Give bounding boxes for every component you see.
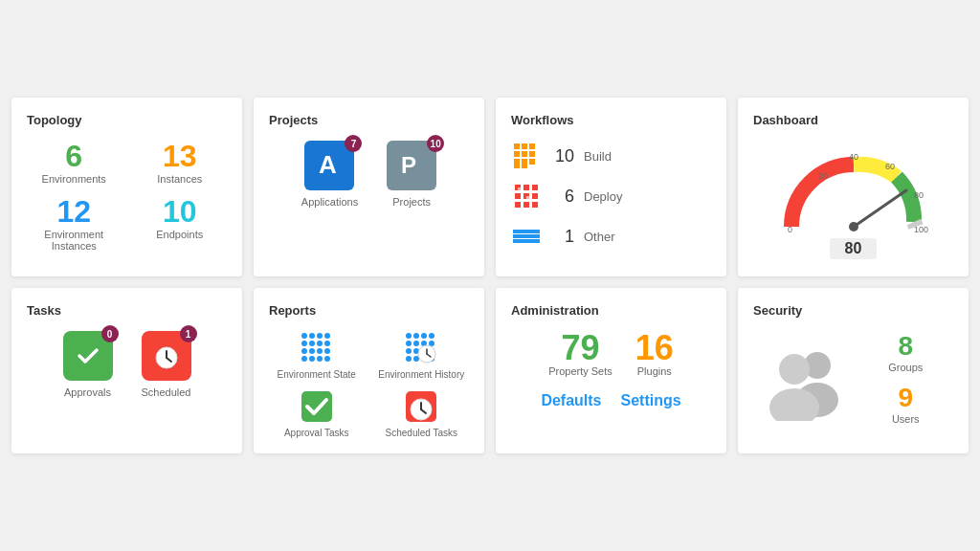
svg-text:A: A bbox=[319, 150, 337, 179]
proj-label: Projects bbox=[387, 196, 436, 208]
gauge-container: 0 20 40 60 80 100 80 bbox=[753, 141, 953, 259]
deploy-icon bbox=[511, 181, 542, 211]
settings-link[interactable]: Settings bbox=[621, 392, 681, 409]
topology-grid: 6 Environments 13 Instances 12 Environme… bbox=[27, 141, 227, 252]
gauge-value: 80 bbox=[830, 238, 878, 259]
approval-tasks-label: Approval Tasks bbox=[269, 428, 365, 438]
topology-environments[interactable]: 6 Environments bbox=[27, 141, 122, 185]
svg-rect-24 bbox=[513, 234, 540, 238]
svg-point-48 bbox=[317, 341, 323, 346]
reports-card: Reports bbox=[254, 288, 484, 453]
svg-rect-13 bbox=[523, 185, 529, 190]
workflows-list: 10 Build bbox=[511, 141, 711, 252]
approval-tasks-item[interactable]: Approval Tasks bbox=[269, 389, 365, 438]
env-inst-count: 12 bbox=[27, 196, 122, 227]
app-icon-wrap: A 7 bbox=[304, 141, 354, 190]
workflows-title: Workflows bbox=[511, 113, 711, 127]
proj-badge: 10 bbox=[427, 135, 444, 152]
other-count: 1 bbox=[551, 227, 574, 247]
scheduled-tasks-icon bbox=[374, 389, 470, 424]
svg-rect-3 bbox=[514, 143, 520, 149]
env-history-item[interactable]: Environment History bbox=[374, 331, 470, 380]
tasks-title: Tasks bbox=[27, 303, 227, 318]
dashboard-title: Dashboard bbox=[753, 113, 953, 127]
end-label: Endpoints bbox=[133, 229, 228, 240]
administration-card: Administration 79 Property Sets 16 Plugi… bbox=[496, 288, 726, 453]
projects-grid: A 7 Applications P 10 Projects bbox=[269, 141, 469, 208]
env-state-item[interactable]: Environment State bbox=[269, 331, 365, 380]
tasks-card: Tasks 0 Approvals bbox=[11, 288, 242, 453]
property-sets-label: Property Sets bbox=[548, 365, 612, 377]
admin-title: Administration bbox=[511, 303, 711, 318]
groups-number: 8 bbox=[858, 331, 954, 362]
svg-point-52 bbox=[317, 348, 323, 354]
property-sets-item[interactable]: 79 Property Sets bbox=[548, 331, 612, 377]
svg-text:80: 80 bbox=[914, 190, 924, 200]
approvals-item[interactable]: 0 Approvals bbox=[63, 331, 113, 398]
svg-rect-19 bbox=[523, 202, 529, 208]
topology-instances[interactable]: 13 Instances bbox=[133, 141, 228, 185]
svg-line-82 bbox=[414, 395, 417, 397]
svg-point-44 bbox=[317, 333, 323, 339]
scheduled-tasks-item[interactable]: Scheduled Tasks bbox=[374, 389, 470, 438]
svg-point-54 bbox=[301, 356, 307, 362]
deploy-name: Deploy bbox=[584, 189, 622, 204]
svg-point-57 bbox=[324, 356, 330, 362]
svg-rect-9 bbox=[514, 159, 520, 168]
svg-point-47 bbox=[309, 341, 315, 346]
svg-rect-22 bbox=[526, 196, 531, 201]
svg-text:P: P bbox=[401, 152, 416, 178]
plugins-number: 16 bbox=[635, 331, 674, 365]
app-label: Applications bbox=[301, 196, 358, 208]
topology-endpoints[interactable]: 10 Endpoints bbox=[133, 196, 228, 252]
svg-rect-7 bbox=[522, 151, 527, 157]
workflow-deploy[interactable]: 6 Deploy bbox=[511, 181, 711, 211]
scheduled-item[interactable]: 1 Scheduled bbox=[142, 331, 191, 398]
reports-grid: Environment State bbox=[269, 331, 469, 438]
workflow-build[interactable]: 10 Build bbox=[511, 141, 711, 171]
svg-point-50 bbox=[301, 348, 307, 354]
topology-title: Topology bbox=[27, 113, 227, 127]
svg-point-63 bbox=[413, 341, 419, 346]
dashboard-card: Dashboard 0 20 40 60 bbox=[738, 98, 969, 276]
svg-point-53 bbox=[324, 348, 330, 354]
inst-label: Instances bbox=[133, 173, 228, 185]
end-count: 10 bbox=[133, 196, 228, 227]
svg-rect-14 bbox=[532, 185, 538, 190]
svg-point-66 bbox=[406, 348, 412, 354]
users-number: 9 bbox=[858, 383, 954, 413]
svg-point-55 bbox=[309, 356, 315, 362]
svg-point-70 bbox=[406, 356, 412, 362]
proj-icon-wrap: P 10 bbox=[387, 141, 436, 190]
svg-text:100: 100 bbox=[914, 225, 928, 234]
svg-point-45 bbox=[324, 333, 330, 339]
other-icon bbox=[511, 221, 542, 252]
svg-point-60 bbox=[421, 333, 427, 339]
security-title: Security bbox=[753, 303, 953, 318]
svg-text:60: 60 bbox=[885, 162, 895, 171]
projects-item[interactable]: P 10 Projects bbox=[387, 141, 436, 208]
applications-item[interactable]: A 7 Applications bbox=[301, 141, 358, 208]
scheduled-label: Scheduled bbox=[142, 386, 191, 398]
svg-rect-11 bbox=[529, 159, 535, 165]
svg-point-49 bbox=[324, 341, 330, 346]
svg-point-28 bbox=[849, 222, 858, 231]
plugins-item[interactable]: 16 Plugins bbox=[635, 331, 674, 377]
scheduled-tasks-label: Scheduled Tasks bbox=[374, 428, 470, 438]
projects-card: Projects A 7 Applications bbox=[254, 98, 484, 276]
security-stats: 8 Groups 9 Users bbox=[858, 331, 954, 434]
svg-text:40: 40 bbox=[849, 152, 858, 162]
svg-rect-10 bbox=[522, 159, 527, 168]
users-stat[interactable]: 9 Users bbox=[858, 383, 954, 425]
deploy-count: 6 bbox=[551, 187, 574, 207]
svg-rect-20 bbox=[532, 202, 538, 208]
build-name: Build bbox=[584, 149, 612, 164]
groups-stat[interactable]: 8 Groups bbox=[858, 331, 954, 373]
workflow-other[interactable]: 1 Other bbox=[511, 221, 711, 252]
scheduled-badge: 1 bbox=[180, 325, 197, 342]
svg-rect-4 bbox=[522, 143, 527, 149]
topology-env-instances[interactable]: 12 Environment Instances bbox=[27, 196, 122, 252]
defaults-link[interactable]: Defaults bbox=[541, 392, 601, 409]
app-badge: 7 bbox=[345, 135, 362, 152]
svg-point-62 bbox=[406, 341, 412, 346]
